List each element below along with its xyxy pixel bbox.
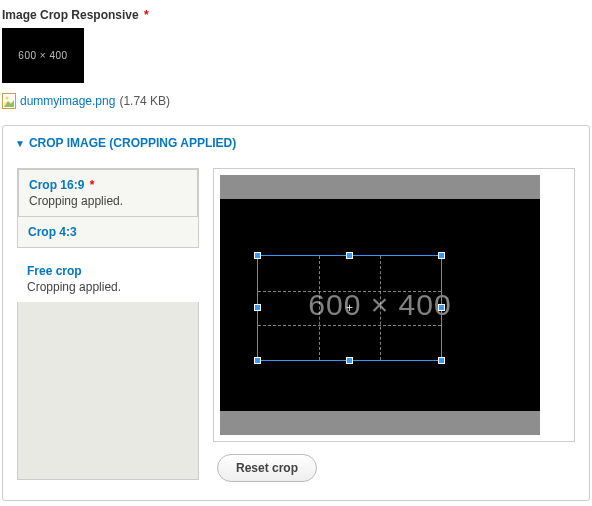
required-mark: * [90, 178, 95, 192]
crop-selection[interactable]: + [257, 255, 442, 361]
crop-viewport[interactable]: 600 × 400 + [220, 175, 540, 435]
crop-handle-sw[interactable] [254, 357, 261, 364]
field-label-text: Image Crop Responsive [2, 8, 139, 22]
crop-handle-nw[interactable] [254, 252, 261, 259]
crop-panel-title: CROP IMAGE (CROPPING APPLIED) [29, 136, 236, 150]
thumbnail-dim-text: 600 × 400 [18, 50, 67, 61]
required-mark: * [144, 8, 149, 22]
crop-handle-e[interactable] [438, 304, 445, 311]
crop-handle-ne[interactable] [438, 252, 445, 259]
tabs-empty-area [17, 302, 199, 480]
tab-free-crop[interactable]: Free crop Cropping applied. [17, 256, 199, 302]
file-row: dummyimage.png (1.74 KB) [0, 87, 592, 123]
tab-title: Crop 16:9 [29, 178, 84, 192]
crop-frame: 600 × 400 + [213, 168, 575, 442]
crop-panel-body: Crop 16:9 * Cropping applied. Crop 4:3 F… [3, 160, 589, 500]
crop-tabs: Crop 16:9 * Cropping applied. Crop 4:3 F… [17, 168, 199, 482]
tab-crop-16-9[interactable]: Crop 16:9 * Cropping applied. [17, 168, 199, 217]
field-label: Image Crop Responsive * [0, 0, 592, 26]
tab-crop-4-3[interactable]: Crop 4:3 [17, 217, 199, 248]
file-size: (1.74 KB) [119, 94, 170, 108]
svg-point-2 [6, 97, 9, 100]
crop-handle-w[interactable] [254, 304, 261, 311]
thumbnail-wrap: 600 × 400 [0, 26, 592, 87]
tab-title: Crop 4:3 [28, 225, 77, 239]
crop-panel-toggle[interactable]: ▼ CROP IMAGE (CROPPING APPLIED) [3, 126, 589, 160]
crop-panel: ▼ CROP IMAGE (CROPPING APPLIED) Crop 16:… [2, 125, 590, 501]
image-file-icon [2, 93, 16, 109]
crop-handle-n[interactable] [346, 252, 353, 259]
crop-center-icon: + [346, 301, 353, 315]
crop-handle-se[interactable] [438, 357, 445, 364]
thumbnail-image[interactable]: 600 × 400 [2, 28, 84, 83]
file-link[interactable]: dummyimage.png [20, 94, 115, 108]
tab-title: Free crop [27, 264, 189, 278]
disclosure-triangle-icon: ▼ [15, 138, 25, 149]
tab-subtext: Cropping applied. [29, 194, 187, 208]
crop-handle-s[interactable] [346, 357, 353, 364]
crop-editor: 600 × 400 + [213, 168, 575, 482]
tab-subtext: Cropping applied. [27, 280, 189, 294]
reset-crop-button[interactable]: Reset crop [217, 454, 317, 482]
